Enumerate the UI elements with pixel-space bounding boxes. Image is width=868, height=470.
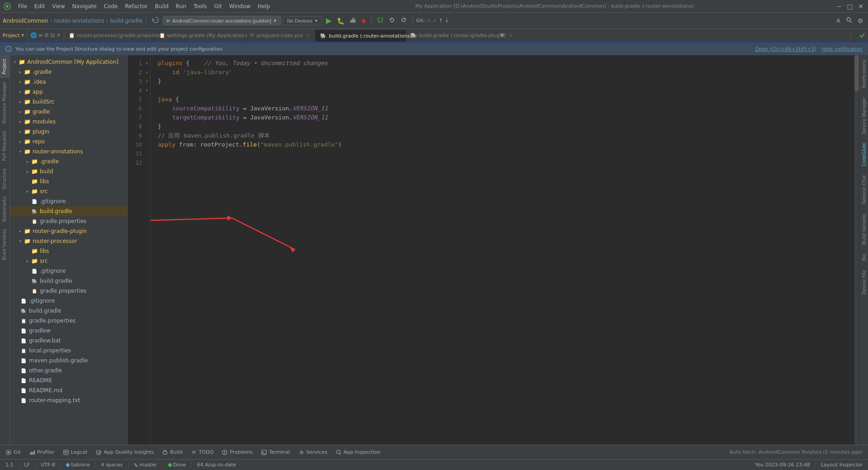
tree-item-root-other-gradle[interactable]: 📄 other.gradle xyxy=(10,366,127,375)
right-panel-notifications[interactable]: Notifications xyxy=(859,55,868,93)
bottom-btn-profiler[interactable]: Profiler xyxy=(25,447,58,457)
tree-item-gradle1[interactable]: ▸ 📁 .gradle xyxy=(10,67,127,77)
tree-item-root-router-mapping[interactable]: 📄 router-mapping.txt xyxy=(10,395,127,405)
tree-item-app[interactable]: ▸ 📁 app xyxy=(10,87,127,97)
tree-item-modules[interactable]: ▸ 📁 modules xyxy=(10,117,127,127)
fold-8[interactable]: ▾ xyxy=(144,86,150,95)
status-line-count[interactable]: 64 A/up-to-date xyxy=(195,462,238,468)
run-button[interactable]: ▶ xyxy=(324,16,333,25)
tree-item-ra-gradle[interactable]: ▸ 📁 .gradle xyxy=(10,157,127,166)
project-dropdown[interactable]: Project ▼ xyxy=(0,29,28,42)
tree-item-router-annotations[interactable]: ▾ 📁 router-annotations xyxy=(10,147,127,157)
menu-tools[interactable]: Tools xyxy=(190,2,211,10)
right-panel-tabnine-chat[interactable]: Tabnine Chat xyxy=(859,171,868,209)
tree-item-ra-libs[interactable]: 📁 libs xyxy=(10,176,127,186)
tree-item-root-gradlew-bat[interactable]: 📄 gradlew.bat xyxy=(10,336,127,346)
bottom-btn-app-quality[interactable]: App Quality Insights xyxy=(92,447,157,457)
notification-hide-link[interactable]: Hide notification xyxy=(822,46,863,52)
tab-settings-gradle[interactable]: 📋 settings.gradle (My Application) ✕ xyxy=(155,29,245,42)
tab-collapse[interactable]: ⊟ xyxy=(50,32,55,38)
sync-button[interactable] xyxy=(150,16,161,25)
breadcrumb-file[interactable]: build.gradle xyxy=(110,18,142,24)
tree-item-buildsrc[interactable]: ▸ 📁 buildSrc xyxy=(10,97,127,107)
menu-git[interactable]: Git xyxy=(210,2,225,10)
minimize-button[interactable]: ─ xyxy=(835,3,843,10)
tree-item-root-readme-md[interactable]: 📄 README.md xyxy=(10,385,127,395)
sidebar-item-project[interactable]: Project xyxy=(0,55,9,78)
status-branch[interactable]: master xyxy=(132,462,159,468)
tree-item-rp-gitignore[interactable]: 📄 .gitignore xyxy=(10,266,127,276)
right-panel-device-file[interactable]: Device File xyxy=(859,266,868,299)
editor-scrollbar[interactable] xyxy=(854,55,859,445)
menu-help[interactable]: Help xyxy=(254,2,274,10)
tree-item-ra-gitignore[interactable]: 📄 .gitignore xyxy=(10,196,127,206)
tree-item-router-gradle-plugin[interactable]: ▸ 📁 router-gradle-plugin xyxy=(10,226,127,236)
bottom-btn-services[interactable]: Services xyxy=(295,447,331,457)
run-config-dropdown[interactable]: ▶ AndroidCommon:router-annotations [publ… xyxy=(163,16,281,25)
bottom-btn-problems[interactable]: Problems xyxy=(218,447,256,457)
tree-item-repo[interactable]: ▸ 📁 repo xyxy=(10,137,127,147)
breadcrumb-module[interactable]: router-annotations xyxy=(54,18,104,24)
status-layout-inspector[interactable]: Layout Inspector xyxy=(819,462,864,468)
sidebar-item-structure[interactable]: Structure xyxy=(0,165,9,193)
code-editor[interactable]: plugins { // You, Today • Uncommitted ch… xyxy=(151,55,854,445)
tree-item-root-readme[interactable]: 📄 README xyxy=(10,375,127,385)
profile-button[interactable] xyxy=(348,17,358,24)
tree-item-rp-src[interactable]: ▸ 📁 src xyxy=(10,256,127,266)
status-position[interactable]: 1:1 xyxy=(4,462,15,468)
close-button[interactable]: ✕ xyxy=(857,3,864,10)
sidebar-item-pull-requests[interactable]: Pull Requests xyxy=(0,127,9,165)
status-done[interactable]: Done xyxy=(166,462,188,468)
tab-proguard[interactable]: 🛡 proguard-rules.pro ✕ xyxy=(245,29,316,42)
bottom-btn-terminal[interactable]: Terminal xyxy=(257,447,294,457)
sidebar-item-bookmarks[interactable]: Bookmarks xyxy=(0,193,9,225)
search-everywhere-button[interactable] xyxy=(844,17,854,24)
fold-3[interactable]: ▾ xyxy=(144,68,150,77)
bottom-btn-logcat[interactable]: Logcat xyxy=(59,447,91,457)
right-panel-codeglide[interactable]: CodeGlide xyxy=(859,138,868,171)
settings-button[interactable]: ⚙ xyxy=(856,17,865,24)
right-panel-device-manager[interactable]: Device Manager xyxy=(859,93,868,138)
tree-item-ra-build[interactable]: ▸ 📁 build xyxy=(10,166,127,176)
tree-item-rp-build-gradle[interactable]: 🐘 build.gradle xyxy=(10,276,127,286)
debug-button[interactable]: 🐛 xyxy=(335,17,346,24)
menu-window[interactable]: Window xyxy=(226,2,254,10)
menu-code[interactable]: Code xyxy=(100,2,122,10)
tab-close[interactable]: ✕ xyxy=(56,32,61,38)
tree-item-rp-libs[interactable]: 📁 libs xyxy=(10,246,127,256)
status-charset[interactable]: UTF-8 xyxy=(39,462,57,468)
menu-edit[interactable]: Edit xyxy=(31,2,48,10)
redo-button[interactable] xyxy=(399,17,409,24)
tab-sort[interactable]: ≡ xyxy=(38,32,43,38)
tree-item-ra-src[interactable]: ▸ 📁 src xyxy=(10,186,127,196)
notification-open-link[interactable]: Open (Ctrl+Alt+Shift+S) xyxy=(755,46,816,52)
breadcrumb-root[interactable]: AndroidCommon xyxy=(3,18,48,24)
tree-item-gradle-dir[interactable]: ▸ 📁 gradle xyxy=(10,107,127,117)
tab-globe[interactable]: 🌐 xyxy=(30,32,37,38)
right-panel-build-variants[interactable]: Build Variants xyxy=(859,209,868,249)
sidebar-item-resource-manager[interactable]: Resource Manager xyxy=(0,78,9,127)
tab-settings[interactable]: ⚙ xyxy=(44,32,49,38)
tree-item-router-processor[interactable]: ▾ 📁 router-processor xyxy=(10,236,127,246)
no-devices-dropdown[interactable]: No Devices ▼ xyxy=(283,16,322,25)
menu-file[interactable]: File xyxy=(14,2,31,10)
tree-item-plugin[interactable]: ▸ 📁 plugin xyxy=(10,127,127,137)
status-tabnine[interactable]: tabnine xyxy=(64,462,92,468)
menu-view[interactable]: View xyxy=(48,2,68,10)
tab-gradle-properties-router-processor[interactable]: 📋 router-processor\gradle.properties ✕ xyxy=(64,29,155,42)
editor-action-1[interactable]: ⋮ xyxy=(848,32,854,38)
sidebar-item-build-variants[interactable]: Build Variants xyxy=(0,225,9,264)
bottom-btn-todo[interactable]: ≡ TODO xyxy=(187,447,217,457)
tree-item-root-gradle-properties[interactable]: 📋 gradle.properties xyxy=(10,316,127,326)
fold-5[interactable]: ▾ xyxy=(144,77,150,86)
tab-more[interactable]: ▼ xyxy=(496,29,508,42)
tree-item-root-gitignore[interactable]: 📄 .gitignore xyxy=(10,296,127,306)
tree-item-rp-gradle-properties[interactable]: 📋 gradle.properties xyxy=(10,286,127,296)
menu-navigate[interactable]: Navigate xyxy=(69,2,100,10)
tab-close-3[interactable]: ✕ xyxy=(305,33,311,38)
tree-item-root-local-properties[interactable]: 📋 local.properties xyxy=(10,346,127,356)
menu-refactor[interactable]: Refactor xyxy=(121,2,151,10)
menu-build[interactable]: Build xyxy=(151,2,172,10)
tree-item-idea[interactable]: ▸ 📁 .idea xyxy=(10,77,127,87)
right-panel-bio[interactable]: Bio xyxy=(859,249,868,266)
